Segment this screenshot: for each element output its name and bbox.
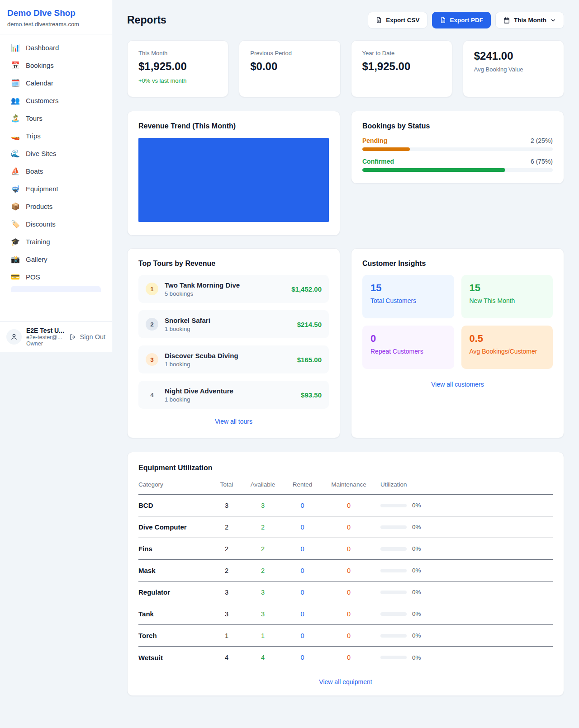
stat-card-avg-booking-value: $241.00 Avg Booking Value [463,40,564,97]
sidebar-item-trips[interactable]: 🚤 Trips [5,127,106,145]
sidebar-item-pos[interactable]: 💳 POS [5,268,106,286]
sidebar-item-label: Trips [26,132,41,140]
tour-name: Discover Scuba Diving [165,352,291,359]
utilization-percent: 0% [412,502,421,509]
tour-amount: $1,452.00 [291,285,322,293]
cell-maintenance: 0 [322,545,376,553]
view-all-equipment-link[interactable]: View all equipment [138,678,553,685]
cell-available: 2 [242,545,283,553]
sidebar-item-discounts[interactable]: 🏷️ Discounts [5,215,106,233]
utilization-percent: 0% [412,589,421,596]
cell-available: 4 [242,654,283,661]
period-select[interactable]: This Month [495,12,564,28]
tour-bookings: 1 booking [165,396,294,403]
header-actions: Export CSV Export PDF This Month [368,12,564,28]
equipment-utilization-card: Equipment Utilization Category Total Ava… [127,452,564,696]
cell-rented: 0 [283,589,322,596]
utilization-track [380,547,407,551]
top-tours-title: Top Tours by Revenue [138,260,329,268]
utilization-track [380,569,407,572]
sidebar-item-label: POS [26,273,40,281]
insight-tile-new-this-month: 15 New This Month [461,275,553,318]
app-root: Demo Dive Shop demo.test.divestreams.com… [0,0,579,728]
sidebar-item-dive-sites[interactable]: 🌊 Dive Sites [5,145,106,162]
customers-icon: 👥 [11,96,20,105]
rank-badge: 1 [146,283,158,295]
view-all-customers-link[interactable]: View all customers [362,381,553,388]
export-pdf-button[interactable]: Export PDF [432,12,491,28]
utilization-track [380,612,407,616]
utilization-percent: 0% [412,524,421,530]
chevron-down-icon [550,17,556,24]
export-pdf-label: Export PDF [450,17,484,24]
cell-maintenance: 0 [322,589,376,596]
stat-value: $0.00 [250,60,329,73]
stat-value: $241.00 [474,50,553,62]
cell-maintenance: 0 [322,654,376,661]
table-row: Regulator 3 3 0 0 0% [138,581,553,603]
col-available: Available [242,481,283,488]
sidebar-item-training[interactable]: 🎓 Training [5,233,106,251]
utilization-percent: 0% [412,545,421,552]
insight-value: 15 [370,282,446,294]
cell-rented: 0 [283,524,322,531]
stat-label: Avg Booking Value [474,66,553,73]
sign-out-button[interactable]: Sign Out [69,333,105,341]
stat-label: This Month [138,50,217,57]
sidebar-item-label: Dive Sites [26,150,57,157]
cell-rented: 0 [283,610,322,618]
view-all-tours-link[interactable]: View all tours [138,418,329,425]
equipment-icon: 🤿 [11,184,20,193]
charts-row: Revenue Trend (This Month) Bookings by S… [127,111,564,236]
col-maintenance: Maintenance [322,481,376,488]
table-row: BCD 3 3 0 0 0% [138,495,553,516]
sidebar-item-tours[interactable]: 🏝️ Tours [5,109,106,127]
progress-fill-pending [362,147,410,151]
sidebar: Demo Dive Shop demo.test.divestreams.com… [0,0,112,352]
sidebar-item-bookings[interactable]: 📅 Bookings [5,57,106,74]
sidebar-item-boats[interactable]: ⛵ Boats [5,162,106,180]
cell-total: 1 [211,632,242,639]
brand-block: Demo Dive Shop demo.test.divestreams.com [0,0,112,34]
cell-category: Wetsuit [138,654,211,662]
page-title: Reports [127,14,166,26]
cell-available: 2 [242,524,283,531]
cell-available: 3 [242,589,283,596]
status-row-pending: Pending 2 (25%) [362,137,553,151]
table-row: Torch 1 1 0 0 0% [138,625,553,647]
insight-value: 15 [470,282,545,294]
shop-name: Demo Dive Shop [7,8,104,18]
file-download-icon [440,17,446,24]
insight-label: Repeat Customers [370,348,446,355]
sidebar-item-equipment[interactable]: 🤿 Equipment [5,180,106,198]
sidebar-item-customers[interactable]: 👥 Customers [5,92,106,109]
tour-bookings: 1 booking [165,361,291,368]
cell-utilization: 0% [376,589,553,596]
insight-value: 0 [370,333,446,345]
cell-maintenance: 0 [322,502,376,509]
insight-tile-avg-bookings: 0.5 Avg Bookings/Customer [461,326,553,369]
cell-utilization: 0% [376,567,553,574]
cell-maintenance: 0 [322,567,376,574]
col-total: Total [211,481,242,488]
sidebar-item-calendar[interactable]: 🗓️ Calendar [5,74,106,92]
cell-category: Dive Computer [138,523,211,531]
progress-track [362,147,553,151]
cell-category: Tank [138,610,211,618]
sidebar-item-gallery[interactable]: 📸 Gallery [5,251,106,268]
col-category: Category [138,481,211,488]
tour-name: Night Dive Adventure [165,387,294,395]
tours-icon: 🏝️ [11,114,20,123]
sidebar-nav: 📊 Dashboard 📅 Bookings 🗓️ Calendar 👥 Cus… [0,34,112,321]
stat-label: Previous Period [250,50,329,57]
avatar [6,329,22,345]
table-row: Wetsuit 4 4 0 0 0% [138,647,553,668]
calendar-icon: 🗓️ [11,79,20,87]
export-csv-button[interactable]: Export CSV [368,12,427,28]
utilization-track [380,634,407,638]
sidebar-item-reports-active-peek[interactable] [11,286,101,292]
cell-utilization: 0% [376,502,553,509]
insight-label: New This Month [470,297,545,304]
sidebar-item-dashboard[interactable]: 📊 Dashboard [5,39,106,57]
sidebar-item-products[interactable]: 📦 Products [5,198,106,215]
